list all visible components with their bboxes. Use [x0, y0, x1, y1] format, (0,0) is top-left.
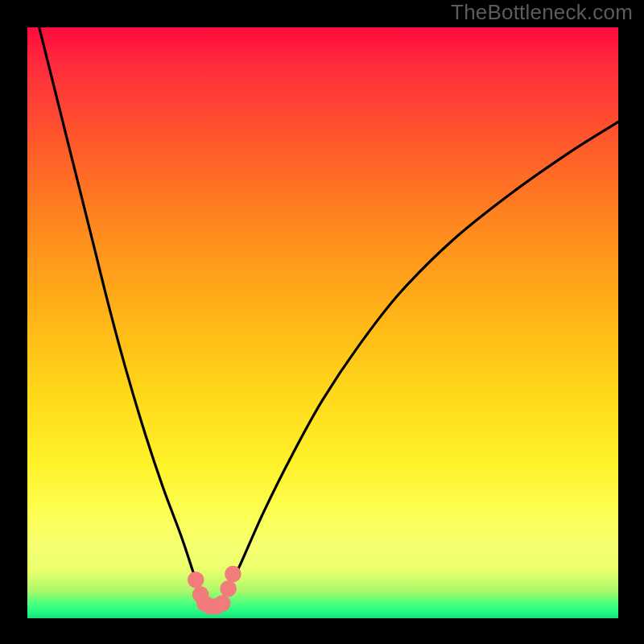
- curve-marker: [225, 566, 242, 583]
- curve-marker: [214, 595, 231, 612]
- curve-marker: [220, 580, 237, 597]
- bottleneck-curve: [39, 27, 618, 607]
- watermark-text: TheBottleneck.com: [451, 0, 633, 25]
- curve-marker: [188, 572, 204, 588]
- chart-svg: [27, 27, 618, 618]
- plot-area: [27, 27, 618, 618]
- chart-frame: TheBottleneck.com: [0, 0, 644, 644]
